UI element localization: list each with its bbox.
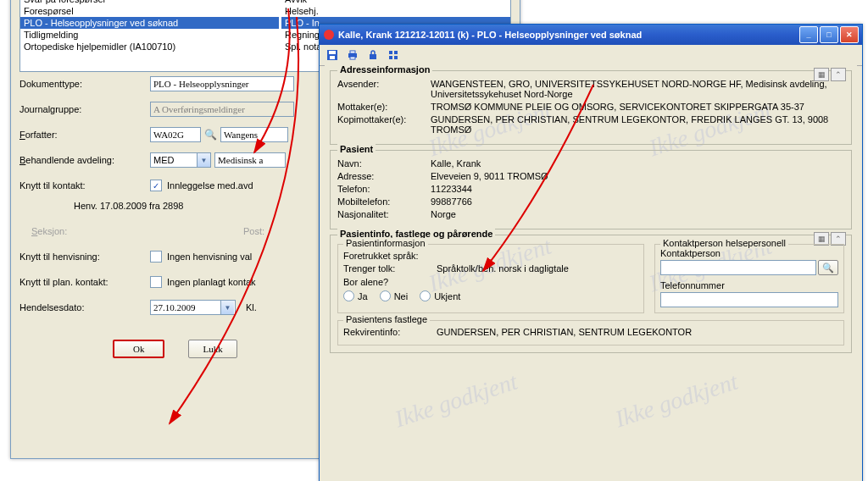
kontaktperson-field[interactable] <box>660 260 816 275</box>
app-icon <box>323 29 335 41</box>
label-journalgruppe: Journalgruppe: <box>19 104 150 114</box>
kopi-label: Kopimottaker(e): <box>337 114 431 135</box>
navn-label: Navn: <box>337 158 431 169</box>
kontaktperson-label: Kontaktperson <box>660 248 838 258</box>
lukk-button[interactable]: Lukk <box>188 340 236 358</box>
kopi-value: GUNDERSEN, PER CHRISTIAN, SENTRUM LEGEKO… <box>431 114 844 135</box>
svg-rect-2 <box>329 51 336 54</box>
hendelsesdato-field[interactable] <box>150 300 221 315</box>
nasjonalitet-label: Nasjonalitet: <box>337 209 431 219</box>
ja-radio[interactable]: Ja <box>343 290 368 301</box>
mottaker-value: TROMSØ KOMMUNE PLEIE OG OMSORG, SERVICEK… <box>431 102 844 112</box>
list-item[interactable]: Helsehj. <box>281 5 510 17</box>
toolbar <box>320 45 862 66</box>
date-picker-button[interactable]: ▼ <box>220 300 236 315</box>
pasient-fieldset: Pasient Navn:Kalle, Krank Adresse:Elveve… <box>330 150 852 229</box>
svg-rect-3 <box>330 56 335 59</box>
svg-point-0 <box>324 30 334 40</box>
label-knytt-plan: Knytt til plan. kontakt: <box>19 277 150 287</box>
sprak-value <box>437 251 638 261</box>
watermark: Ikke godkjent <box>612 368 742 434</box>
kontaktperson-block: Kontaktperson helsepersonell Kontaktpers… <box>654 244 844 313</box>
minimize-button[interactable]: _ <box>799 26 818 43</box>
list-item[interactable]: Ortopediske hjelpemidler (IA100710) <box>20 41 279 53</box>
label-knytt-henv: Knytt til henvisning: <box>19 252 150 262</box>
window-content: Ikke godkjent Ikke godkjent Ikke godkjen… <box>325 65 857 477</box>
adresse-fieldset: Adresseinformasjon ▦⌃ Avsender:WANGENSTE… <box>330 70 852 145</box>
avdeling-name[interactable] <box>214 152 286 168</box>
mobil-label: Mobiltelefon: <box>337 196 431 207</box>
ok-button[interactable]: Ok <box>113 340 164 358</box>
section-collapse-button[interactable]: ⌃ <box>831 68 846 81</box>
label-dokumenttype: Dokumenttype: <box>19 79 150 89</box>
henvisning-checkbox-label: Ingen henvisning val <box>167 252 252 262</box>
navn-value: Kalle, Krank <box>431 158 844 169</box>
mobil-value: 99887766 <box>431 196 844 207</box>
nei-radio[interactable]: Nei <box>380 290 409 301</box>
sprak-label: Foretrukket språk: <box>343 251 437 261</box>
plan-checkbox-label: Ingen planlagt kontak <box>167 277 256 287</box>
forfatter-name[interactable] <box>220 127 288 142</box>
bor-alene-label: Bor alene? <box>343 277 638 287</box>
fastlege-block: Pasientens fastlege Rekvirentinfo:GUNDER… <box>337 320 844 346</box>
svg-rect-7 <box>370 54 376 59</box>
svg-rect-10 <box>389 56 392 59</box>
avsender-label: Avsender: <box>337 79 431 99</box>
list-item[interactable]: Tidligmelding <box>20 29 279 41</box>
tolk-value: Språktolk/beh. norsk i dagligtale <box>437 263 638 274</box>
rekv-label: Rekvirentinfo: <box>343 327 437 337</box>
label-seksjon: Seksjon: <box>19 226 162 236</box>
svg-rect-8 <box>389 51 392 54</box>
watermark: Ikke godkjent <box>392 368 521 434</box>
titlebar: Kalle, Krank 121212-12011 (k) - PLO - He… <box>320 25 862 45</box>
telefonnummer-label: Telefonnummer <box>660 280 838 290</box>
telefon-value: 11223344 <box>431 184 844 194</box>
adresse-label: Adresse: <box>337 171 431 181</box>
grid-icon[interactable] <box>386 47 401 63</box>
sub-kontakt-legend: Kontaktperson helsepersonell <box>660 238 788 248</box>
svg-rect-6 <box>350 57 355 59</box>
kontakt-checkbox[interactable]: ✓ <box>150 180 162 191</box>
henvisning-checkbox[interactable] <box>150 251 162 263</box>
section-save-button[interactable]: ▦ <box>814 68 829 81</box>
adresse-value: Elveveien 9, 9011 TROMSØ <box>431 171 844 181</box>
list-item[interactable]: PLO - Helseopplysninger ved søknad <box>20 17 279 29</box>
window-title: Kalle, Krank 121212-12011 (k) - PLO - He… <box>338 30 642 40</box>
print-icon[interactable] <box>345 47 360 63</box>
telefon-label: Telefon: <box>337 184 431 194</box>
telefonnummer-field[interactable] <box>660 292 838 307</box>
label-avdeling: Behandlende avdeling: <box>19 155 150 165</box>
svg-rect-5 <box>350 51 355 53</box>
tolk-label: Trenger tolk: <box>343 263 437 274</box>
plan-checkbox[interactable] <box>150 276 162 288</box>
kontakt-checkbox-label: Innleggelse med.avd <box>167 180 253 191</box>
list-item[interactable]: Forespørsel <box>20 5 279 17</box>
label-forfatter: Forfatter: <box>19 130 150 140</box>
avsender-value: WANGENSTEEN, GRO, UNIVERSITETSSYKEHUSET … <box>431 79 844 99</box>
pasient-legend: Pasient <box>337 144 376 154</box>
save-icon[interactable] <box>325 47 340 63</box>
chevron-down-icon: ▼ <box>197 153 210 167</box>
close-button[interactable]: ✕ <box>840 26 859 43</box>
ukjent-radio[interactable]: Ukjent <box>420 290 460 301</box>
sub-pasientinfo-legend: Pasientinformasjon <box>343 238 428 248</box>
label-hendelsesdato: Hendelsesdato: <box>19 302 150 312</box>
nasjonalitet-value: Norge <box>431 209 844 219</box>
lock-icon[interactable] <box>365 47 381 63</box>
label-post: Post: <box>243 226 264 236</box>
forfatter-code[interactable] <box>150 127 201 142</box>
svg-rect-9 <box>394 51 398 54</box>
avdeling-select[interactable]: MED▼ <box>150 152 211 168</box>
pasientinformasjon-block: Pasientinformasjon Foretrukket språk: Tr… <box>337 244 644 313</box>
label-knytt-kontakt: Knytt til kontakt: <box>19 180 150 191</box>
lookup-icon[interactable]: 🔍 <box>204 129 217 141</box>
rekv-value: GUNDERSEN, PER CHRISTIAN, SENTRUM LEGEKO… <box>437 327 838 337</box>
dokumenttype-field[interactable] <box>150 76 294 91</box>
plo-detail-window: Kalle, Krank 121212-12011 (k) - PLO - He… <box>319 24 863 481</box>
pasientinfo-fieldset: Pasientinfo, fastlege og pårørende ▦⌃ Pa… <box>330 235 852 353</box>
adresse-legend: Adresseinformasjon <box>337 65 432 75</box>
svg-rect-11 <box>394 56 398 59</box>
mottaker-label: Mottaker(e): <box>337 102 431 112</box>
kontaktperson-lookup[interactable]: 🔍 <box>818 260 838 275</box>
maximize-button[interactable]: □ <box>820 26 838 43</box>
